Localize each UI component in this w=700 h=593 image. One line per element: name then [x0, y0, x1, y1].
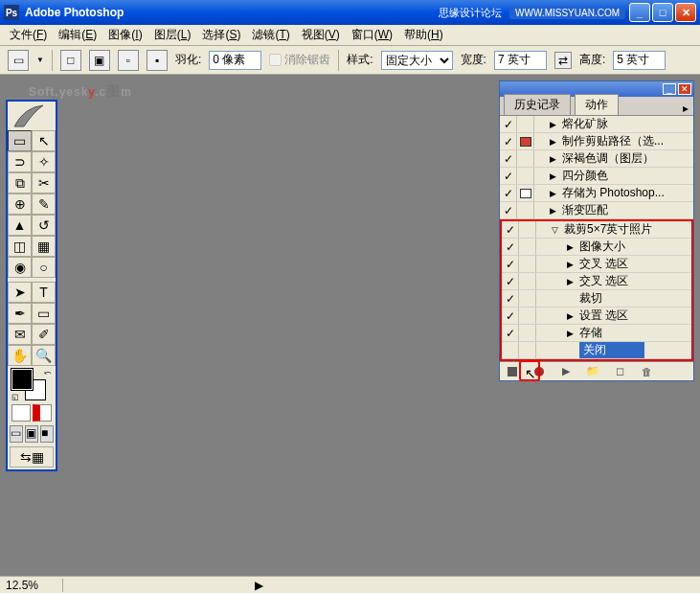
action-toggle-checkbox[interactable]: ✓ — [502, 325, 519, 341]
action-row[interactable]: ✓▶深褐色调（图层） — [500, 150, 693, 168]
panel-menu-button[interactable]: ▸ — [678, 102, 693, 115]
expand-arrow-icon[interactable]: ▶ — [550, 206, 559, 216]
action-dialog-toggle[interactable] — [519, 273, 536, 289]
action-toggle-checkbox[interactable]: ✓ — [500, 150, 517, 167]
tab-actions[interactable]: 动作 — [575, 94, 619, 115]
expand-arrow-icon[interactable]: ▶ — [567, 311, 576, 321]
menu-layer[interactable]: 图层(L) — [148, 25, 197, 45]
action-dialog-toggle[interactable] — [519, 239, 536, 255]
marquee-tool[interactable]: ▭ — [8, 130, 32, 151]
action-row[interactable]: ✓裁切 — [502, 290, 691, 308]
brush-tool[interactable]: ✎ — [32, 194, 56, 215]
menu-help[interactable]: 帮助(H) — [398, 25, 449, 45]
menu-select[interactable]: 选择(S) — [196, 25, 246, 45]
action-dialog-toggle[interactable] — [519, 290, 536, 307]
slice-tool[interactable]: ✂ — [32, 172, 56, 194]
action-row[interactable]: ✓▶熔化矿脉 — [500, 116, 693, 133]
stamp-tool[interactable]: ▲ — [8, 215, 32, 236]
maximize-button[interactable]: □ — [652, 3, 673, 22]
action-toggle-checkbox[interactable]: ✓ — [500, 133, 517, 149]
menu-window[interactable]: 窗口(W) — [346, 25, 398, 45]
expand-arrow-icon[interactable]: ▶ — [550, 154, 559, 164]
selection-add-icon[interactable]: ▣ — [89, 50, 110, 71]
action-dialog-toggle[interactable] — [519, 342, 536, 358]
width-input[interactable] — [494, 51, 547, 70]
action-toggle-checkbox[interactable]: ✓ — [500, 116, 517, 132]
action-toggle-checkbox[interactable]: ✓ — [502, 273, 519, 289]
action-row[interactable]: ✓▶交叉 选区 — [502, 256, 691, 273]
action-dialog-toggle[interactable] — [517, 168, 534, 184]
crop-tool[interactable]: ⧉ — [8, 172, 32, 194]
expand-arrow-icon[interactable]: ▶ — [567, 260, 576, 269]
feather-input[interactable] — [209, 51, 261, 70]
tool-preset-icon[interactable]: ▭ — [8, 50, 29, 71]
panel-minimize-button[interactable]: _ — [663, 83, 676, 95]
action-toggle-checkbox[interactable] — [502, 342, 519, 358]
expand-arrow-icon[interactable]: ▶ — [550, 189, 559, 198]
action-row[interactable]: ✓▶渐变匹配 — [500, 202, 693, 219]
action-row[interactable]: ✓▶存储为 Photoshop... — [500, 185, 693, 202]
action-row[interactable]: ✓▶制作剪贴路径（选... — [500, 133, 693, 150]
screen-standard[interactable]: ▭ — [10, 425, 23, 443]
action-dialog-toggle[interactable] — [519, 308, 536, 324]
expand-arrow-icon[interactable]: ▶ — [550, 171, 559, 181]
action-dialog-toggle[interactable] — [517, 150, 534, 167]
action-dialog-toggle[interactable] — [517, 185, 534, 201]
expand-arrow-icon[interactable]: ▶ — [550, 120, 559, 129]
move-tool[interactable]: ↖ — [32, 130, 56, 151]
lasso-tool[interactable]: ⊃ — [8, 151, 32, 172]
heal-tool[interactable]: ⊕ — [8, 194, 32, 215]
play-button[interactable]: ▶ — [559, 365, 573, 378]
action-row[interactable]: ✓▶四分颜色 — [500, 168, 693, 185]
swap-colors-icon[interactable]: ⤺ — [44, 368, 52, 377]
action-toggle-checkbox[interactable]: ✓ — [502, 239, 519, 255]
expand-arrow-icon[interactable]: ▶ — [567, 277, 576, 286]
action-toggle-checkbox[interactable]: ✓ — [502, 290, 519, 307]
action-dialog-toggle[interactable] — [519, 256, 536, 272]
delete-button[interactable]: 🗑 — [640, 365, 653, 378]
dodge-tool[interactable]: ○ — [32, 257, 56, 278]
action-row[interactable]: ✓▽裁剪5×7英寸照片 — [502, 221, 691, 239]
menu-file[interactable]: 文件(F) — [4, 25, 53, 45]
action-dialog-toggle[interactable] — [517, 116, 534, 132]
status-arrow-icon[interactable]: ▶ — [255, 579, 263, 592]
foreground-color[interactable] — [11, 369, 33, 390]
swap-wh-button[interactable]: ⇄ — [554, 52, 572, 69]
jump-to-imageready[interactable]: ⇆▦ — [10, 446, 54, 468]
action-dialog-toggle[interactable] — [517, 202, 534, 218]
action-row[interactable]: ✓▶图像大小 — [502, 239, 691, 256]
zoom-level[interactable]: 12.5% — [6, 579, 63, 592]
menu-image[interactable]: 图像(I) — [102, 25, 147, 45]
expand-arrow-icon[interactable]: ▶ — [550, 137, 559, 147]
tab-history[interactable]: 历史记录 — [504, 94, 571, 115]
wand-tool[interactable]: ✧ — [32, 151, 56, 172]
pen-tool[interactable]: ✒ — [8, 303, 32, 324]
stop-button[interactable] — [506, 365, 519, 378]
eyedropper-tool[interactable]: ✐ — [32, 324, 56, 345]
eraser-tool[interactable]: ◫ — [8, 236, 32, 257]
action-row[interactable]: ✓▶设置 选区 — [502, 308, 691, 325]
expand-arrow-icon[interactable]: ▽ — [552, 225, 561, 235]
screen-fullmenu[interactable]: ▣ — [25, 425, 38, 443]
action-toggle-checkbox[interactable]: ✓ — [502, 308, 519, 324]
path-select-tool[interactable]: ➤ — [8, 282, 32, 303]
expand-arrow-icon[interactable]: ▶ — [567, 329, 576, 338]
panel-close-button[interactable]: ✕ — [678, 83, 691, 95]
blur-tool[interactable]: ◉ — [8, 257, 32, 278]
menu-edit[interactable]: 编辑(E) — [53, 25, 102, 45]
menu-filter[interactable]: 滤镜(T) — [246, 25, 295, 45]
hand-tool[interactable]: ✋ — [8, 345, 32, 366]
reset-colors-icon[interactable]: ◱ — [11, 393, 19, 401]
new-set-button[interactable]: 📁 — [586, 365, 599, 378]
action-toggle-checkbox[interactable]: ✓ — [500, 168, 517, 184]
action-dialog-toggle[interactable] — [517, 133, 534, 149]
close-button[interactable]: ✕ — [675, 3, 696, 22]
action-toggle-checkbox[interactable]: ✓ — [500, 202, 517, 218]
menu-view[interactable]: 视图(V) — [296, 25, 346, 45]
tool-preset-arrow[interactable]: ▼ — [36, 56, 44, 64]
screen-full[interactable]: ■ — [40, 425, 54, 443]
canvas-area[interactable]: Soft.yesky.c图m ▭↖ ⊃✧ ⧉✂ ⊕✎ ▲↺ ◫▦ ◉○ ➤T ✒… — [0, 75, 700, 576]
action-toggle-checkbox[interactable]: ✓ — [502, 221, 519, 238]
expand-arrow-icon[interactable]: ▶ — [567, 242, 576, 252]
zoom-tool[interactable]: 🔍 — [32, 345, 56, 366]
